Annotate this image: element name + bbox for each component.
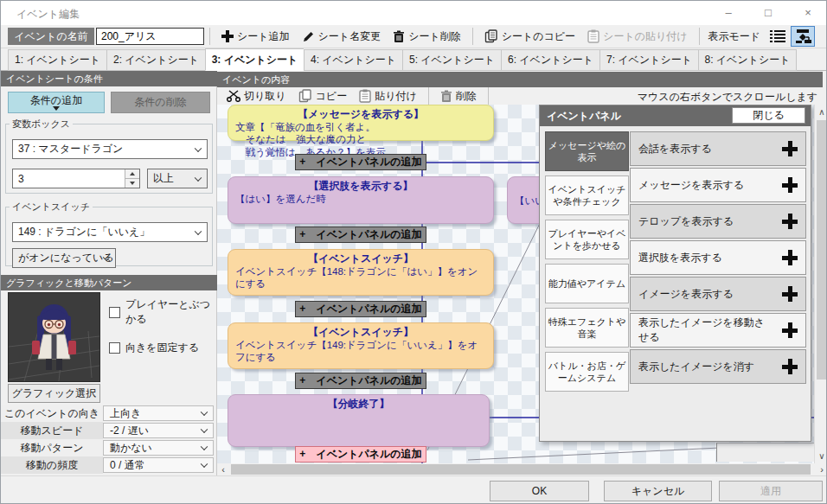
comparison-select[interactable]: 以上 <box>147 169 208 188</box>
switch-state-select[interactable]: がオンになっている <box>12 248 116 268</box>
pencil-icon <box>302 30 315 43</box>
chevron-down-icon <box>201 426 208 433</box>
flow-node-switch-off[interactable]: 【イベントスイッチ】 イベントスイッチ【149:ドラゴンに「いいえ」】をオフにす… <box>228 322 494 369</box>
add-condition-button[interactable]: 条件の追加 <box>8 92 105 113</box>
plus-icon[interactable] <box>782 359 798 374</box>
tab-sheet-2[interactable]: 2: イベントシート <box>106 49 205 71</box>
display-mode-label: 表示モード <box>705 29 765 44</box>
flow-node-show-message[interactable]: 【メッセージを表示する】 文章【「竜族の血を引く者よ。 そなたは 強大な魔の力と… <box>228 105 494 141</box>
close-button[interactable]: × <box>788 1 827 25</box>
tab-sheet-3[interactable]: 3: イベントシート <box>205 48 304 71</box>
minimize-button[interactable]: – <box>708 1 748 25</box>
panel-item-move-image[interactable]: 表示したイメージを移動させる <box>630 313 806 348</box>
category-switches-conditions[interactable]: イベントスイッチや条件チェック <box>545 175 629 215</box>
collide-checkbox[interactable] <box>109 307 120 318</box>
paste-sheet-button[interactable]: シートの貼り付け <box>581 26 693 47</box>
panel-item-show-ticker[interactable]: テロップを表示する <box>630 204 806 239</box>
add-event-panel-button[interactable]: + イベントパネルの追加 <box>295 154 426 170</box>
panel-item-show-message[interactable]: メッセージを表示する <box>630 168 806 202</box>
property-label: 移動スピード <box>1 422 103 439</box>
category-battle-shop-system[interactable]: バトル・お店・ゲームシステム <box>545 352 629 392</box>
variable-box-group: 変数ボックス 37 : マスタードラゴン 3 以上 <box>5 118 213 194</box>
flowchart-canvas[interactable]: 【メッセージを表示する】 文章【「竜族の血を引く者よ。 そなたは 強大な魔の力と… <box>217 105 814 463</box>
delete-button[interactable]: 削除 <box>434 86 483 106</box>
scroll-down-arrow[interactable]: ∨ <box>815 451 827 461</box>
add-event-panel-button-active[interactable]: + イベントパネルの追加 <box>295 446 426 463</box>
plus-icon[interactable] <box>782 141 798 156</box>
event-name-input[interactable] <box>96 28 204 45</box>
move-frequency-select[interactable]: 0 / 通常 <box>103 457 214 473</box>
copy-button[interactable]: コピー <box>292 86 354 106</box>
event-panel: イベントパネル 閉じる メッセージや絵の表示 イベントスイッチや条件チェック プ… <box>539 105 811 442</box>
maximize-button[interactable]: □ <box>748 1 788 25</box>
move-speed-select[interactable]: -2 / 遅い <box>103 423 214 438</box>
add-event-panel-button[interactable]: + イベントパネルの追加 <box>295 301 426 317</box>
chevron-down-icon <box>195 227 202 234</box>
add-event-panel-button[interactable]: + イベントパネルの追加 <box>295 373 426 389</box>
direction-select[interactable]: 上向き <box>103 405 214 421</box>
flowchart-mode-icon[interactable] <box>792 27 814 46</box>
flow-node-title: 【選択肢を表示する】 <box>235 180 486 193</box>
plus-icon[interactable] <box>782 177 798 193</box>
panel-item-erase-image[interactable]: 表示したイメージを消す <box>630 349 806 384</box>
switch-state-value: がオンになっている <box>18 251 114 265</box>
flow-node-text-line: 【はい】を選んだ時 <box>235 193 486 205</box>
tab-sheet-1[interactable]: 1: イベントシート <box>8 49 106 71</box>
tab-sheet-8[interactable]: 8: イベントシート <box>698 49 797 71</box>
panel-item-show-choices[interactable]: 選択肢を表示する <box>630 240 806 275</box>
panel-item-label: テロップを表示する <box>638 214 734 229</box>
movement-properties-table: このイベントの向き 上向き 移動スピード -2 / 遅い 移動パターン 動かない… <box>1 405 217 474</box>
plus-icon[interactable] <box>782 322 798 338</box>
graphic-select-button[interactable]: グラフィック選択 <box>8 384 100 403</box>
ok-button[interactable]: OK <box>490 481 589 501</box>
flow-node-title: 【メッセージを表示する】 <box>235 108 486 121</box>
fix-direction-checkbox[interactable] <box>109 342 120 354</box>
tab-sheet-5[interactable]: 5: イベントシート <box>402 49 501 71</box>
character-sprite <box>9 293 99 381</box>
event-panel-close-button[interactable]: 閉じる <box>732 107 805 124</box>
scroll-right-arrow[interactable]: › <box>816 463 827 475</box>
scroll-up-arrow[interactable]: ∧ <box>815 107 827 117</box>
vertical-scrollbar[interactable]: ∧ ∨ <box>814 105 827 463</box>
plus-icon[interactable] <box>782 286 798 302</box>
panel-item-show-conversation[interactable]: 会話を表示する <box>630 131 806 166</box>
add-sheet-button[interactable]: シート追加 <box>215 26 296 47</box>
category-stats-items[interactable]: 能力値やアイテム <box>545 264 629 303</box>
cut-button[interactable]: 切り取り <box>221 86 292 106</box>
titlebar: イベント編集 – □ × <box>1 1 827 25</box>
category-effects-music[interactable]: 特殊エフェクトや音楽 <box>545 308 629 348</box>
paste-button[interactable]: 貼り付け <box>353 86 423 106</box>
apply-button[interactable]: 適用 <box>719 481 823 501</box>
tab-sheet-7[interactable]: 7: イベントシート <box>599 49 698 71</box>
dropdown-arrow-icon <box>53 106 60 111</box>
variable-value-stepper[interactable]: 3 <box>12 169 140 188</box>
tab-sheet-4[interactable]: 4: イベントシート <box>304 49 402 71</box>
add-event-panel-button[interactable]: + イベントパネルの追加 <box>295 226 426 243</box>
step-down-button[interactable] <box>125 178 139 188</box>
move-pattern-select[interactable]: 動かない <box>103 440 214 456</box>
flow-node-switch-on[interactable]: 【イベントスイッチ】 イベントスイッチ【148:ドラゴンに「はい」】をオンにする <box>228 249 494 296</box>
flow-node-show-choices[interactable]: 【選択肢を表示する】 【はい】を選んだ時 <box>228 176 494 224</box>
variable-select[interactable]: 37 : マスタードラゴン <box>12 139 208 159</box>
horizontal-scrollbar[interactable]: ‹ › <box>217 463 827 475</box>
copy-sheet-button[interactable]: シートのコピー <box>478 26 581 47</box>
vertical-scroll-thumb[interactable] <box>817 120 827 380</box>
flow-node-branch-end[interactable]: 【分岐終了】 <box>228 394 490 447</box>
category-move-player-event[interactable]: プレイヤーやイベントを歩かせる <box>545 220 629 259</box>
panel-item-label: イメージを表示する <box>638 287 734 302</box>
remove-condition-button[interactable]: 条件の削除 <box>111 92 210 113</box>
cancel-button[interactable]: キャンセル <box>604 481 712 501</box>
tab-sheet-6[interactable]: 6: イベントシート <box>501 49 599 71</box>
plus-icon[interactable] <box>782 214 798 229</box>
list-mode-icon[interactable] <box>766 27 789 46</box>
panel-item-show-image[interactable]: イメージを表示する <box>630 277 806 311</box>
toolbar-separator <box>209 28 210 45</box>
rename-sheet-button[interactable]: シート名変更 <box>296 26 388 47</box>
category-messages-pictures[interactable]: メッセージや絵の表示 <box>545 131 629 171</box>
step-up-button[interactable] <box>125 169 139 178</box>
delete-sheet-button[interactable]: シート削除 <box>387 26 467 47</box>
horizontal-scroll-thumb[interactable] <box>231 464 811 475</box>
plus-icon[interactable] <box>782 250 798 265</box>
scroll-left-arrow[interactable]: ‹ <box>217 463 229 475</box>
switch-select[interactable]: 149 : ドラゴンに「いいえ」 <box>12 222 208 242</box>
